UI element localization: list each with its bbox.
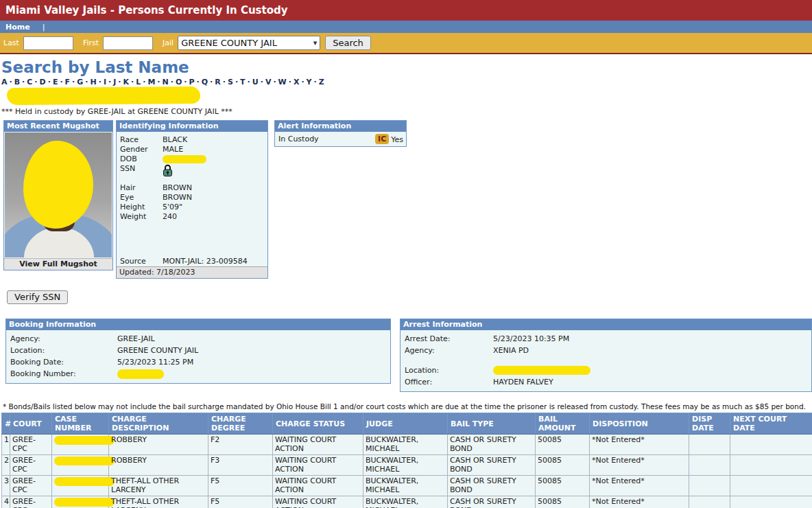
cell-next-court-date <box>730 435 812 455</box>
alphabet-link-V[interactable]: V <box>265 78 272 86</box>
alphabet-link-J[interactable]: J <box>113 78 116 86</box>
alphabet-link-R[interactable]: R <box>215 78 220 86</box>
separator-dot: · <box>273 78 276 86</box>
alphabet-link-L[interactable]: L <box>136 78 141 86</box>
top-panels: Most Recent Mugshot View Full Mugshot Id… <box>3 120 812 279</box>
spacer <box>401 356 811 365</box>
cell-court: GREE-CPC <box>10 476 52 496</box>
alphabet-link-M[interactable]: M <box>147 78 155 86</box>
alphabet-link-E[interactable]: E <box>53 78 58 86</box>
alphabet-link-B[interactable]: B <box>14 78 20 86</box>
nav-home-link[interactable]: Home <box>5 23 30 32</box>
alphabet-link-X[interactable]: X <box>294 78 299 86</box>
cell-bail-type: CASH OR SURETY BOND <box>448 435 536 455</box>
arrest-agency-row: Agency: XENIA PD <box>401 345 811 356</box>
column-header: CASE NUMBER <box>52 413 109 435</box>
page-title: Miami Valley Jails - Persons Currently I… <box>5 4 288 16</box>
in-custody-badge-icon: IC <box>375 134 389 144</box>
redacted-booking-number <box>117 369 164 379</box>
cell-next-court-date <box>730 455 812 476</box>
alphabet-link-Q[interactable]: Q <box>202 78 208 86</box>
cell-degree: F3 <box>208 455 273 476</box>
booking-panel-title: Booking Information <box>6 319 390 330</box>
in-custody-value: Yes <box>391 135 403 144</box>
alphabet-link-Y[interactable]: Y <box>307 78 312 86</box>
first-name-label: First <box>83 38 99 47</box>
alphabet-link-Z[interactable]: Z <box>319 78 324 86</box>
custody-note: *** Held in custody by GREE-JAIL at GREE… <box>1 107 812 116</box>
booking-body: Agency: GREE-JAIL Location: GREENE COUNT… <box>6 330 390 383</box>
cell-next-court-date <box>730 496 812 508</box>
alphabet-link-N[interactable]: N <box>163 78 169 86</box>
separator-dot: · <box>99 78 102 86</box>
alphabet-link-P[interactable]: P <box>189 78 194 86</box>
arrest-body: Arrest Date: 5/23/2023 10:35 PM Agency: … <box>401 330 811 391</box>
cell-disp-date <box>689 435 730 455</box>
separator-dot: · <box>157 78 160 86</box>
eye-row: Eye BROWN <box>117 193 267 203</box>
view-full-mugshot-link[interactable]: View Full Mugshot <box>4 258 112 270</box>
cell-bail-type: CASH OR SURETY BOND <box>448 496 536 508</box>
column-header: BAIL TYPE <box>448 413 536 435</box>
alphabet-link-O[interactable]: O <box>176 78 182 86</box>
cell-court: GREE-CPC <box>10 455 52 476</box>
alphabet-link-U[interactable]: U <box>252 78 259 86</box>
last-name-input[interactable] <box>23 36 73 50</box>
alphabet-link-W[interactable]: W <box>278 78 287 86</box>
redacted-case-number <box>54 457 115 465</box>
cell-bail-amount: 50085 <box>536 496 590 508</box>
cell-court: GREE-CPC <box>10 435 52 455</box>
redacted-case-number <box>54 436 115 445</box>
cell-court: GREE-CPC <box>10 496 52 508</box>
cell-num: 3 <box>2 476 10 496</box>
alphabet-link-A[interactable]: A <box>1 78 8 86</box>
cell-status: WAITING COURT ACTION <box>273 476 363 496</box>
nav-separator: | <box>43 23 45 32</box>
cell-disposition: *Not Entered* <box>590 476 689 496</box>
cell-case-number <box>52 476 109 496</box>
separator-dot: · <box>235 78 238 86</box>
cell-num: 1 <box>2 435 10 455</box>
alphabet-link-K[interactable]: K <box>123 78 129 86</box>
separator-dot: · <box>171 78 174 86</box>
cell-disp-date <box>689 455 730 476</box>
alphabet-link-C[interactable]: C <box>27 78 32 86</box>
cell-judge: BUCKWALTER, MICHAEL <box>363 435 448 455</box>
separator-dot: · <box>118 78 121 86</box>
redacted-inmate-name <box>7 86 200 105</box>
separator-dot: · <box>289 78 291 86</box>
search-bar: Last First Jail GREENE COUNTY JAIL ▾ Sea… <box>0 33 812 54</box>
race-row: Race BLACK <box>117 135 267 145</box>
cell-disposition: *Not Entered* <box>590 496 689 508</box>
cell-description: ROBBERY <box>109 435 208 455</box>
height-row: Height 5'09" <box>117 203 267 212</box>
verify-ssn-button[interactable]: Verify SSN <box>7 290 68 304</box>
alphabet-link-I[interactable]: I <box>104 78 106 86</box>
alphabet-link-G[interactable]: G <box>77 78 83 86</box>
column-header: NEXT COURT DATE <box>730 413 812 435</box>
alphabet-link-S[interactable]: S <box>228 78 233 86</box>
alert-panel-title: Alert Information <box>275 121 406 132</box>
jail-label: Jail <box>163 38 174 47</box>
arrest-date-row: Arrest Date: 5/23/2023 10:35 PM <box>401 333 811 345</box>
separator-dot: · <box>131 78 134 86</box>
alphabet-link-T[interactable]: T <box>240 78 246 86</box>
first-name-input[interactable] <box>103 36 153 50</box>
column-header: BAIL AMOUNT <box>536 413 590 435</box>
cell-judge: BUCKWALTER, MICHAEL <box>363 476 448 496</box>
cell-bail-amount: 50085 <box>536 476 590 496</box>
booking-agency-row: Agency: GREE-JAIL <box>6 333 390 345</box>
cell-disp-date <box>689 496 730 508</box>
cell-disposition: *Not Entered* <box>590 435 689 455</box>
separator-dot: · <box>314 78 317 86</box>
alphabet-link-F[interactable]: F <box>65 78 71 86</box>
cell-bail-amount: 50085 <box>536 455 590 476</box>
arrest-officer-row: Officer: HAYDEN FALVEY <box>401 376 811 388</box>
alphabet-link-D[interactable]: D <box>40 78 46 86</box>
alphabet-links: A·B·C·D·E·F·G·H·I·J·K·L·M·N·O·P·Q·R·S·T·… <box>1 78 812 86</box>
mugshot-panel: Most Recent Mugshot View Full Mugshot <box>3 120 113 270</box>
jail-select[interactable]: GREENE COUNTY JAIL ▾ <box>178 36 320 50</box>
search-button[interactable]: Search <box>325 36 371 50</box>
alphabet-link-H[interactable]: H <box>91 78 97 86</box>
cell-description: THEFT-ALL OTHER LARCENY <box>109 476 208 496</box>
